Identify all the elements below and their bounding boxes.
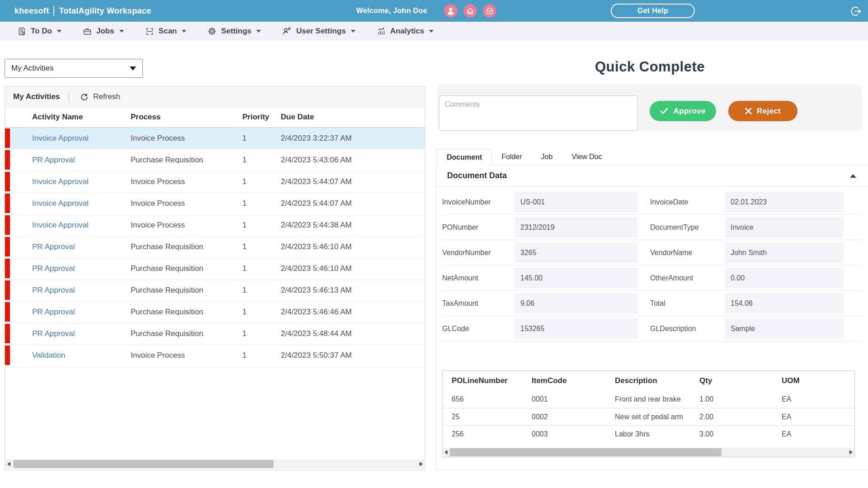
- briefcase-icon: [82, 27, 92, 36]
- menu-settings[interactable]: Settings: [207, 26, 261, 36]
- item-code: 0002: [532, 413, 615, 421]
- scroll-left-icon[interactable]: [7, 462, 10, 466]
- line-items-horizontal-scrollbar[interactable]: [443, 448, 854, 457]
- activity-due-date: 2/4/2023 5:46:13 AM: [281, 286, 425, 295]
- activity-process: Purchase Requisition: [131, 264, 242, 273]
- activity-name-link[interactable]: Invoice Approval: [32, 221, 131, 230]
- activity-row[interactable]: PR Approval Purchase Requisition 1 2/4/2…: [5, 280, 425, 301]
- activity-name-link[interactable]: Validation: [32, 351, 131, 360]
- approve-button[interactable]: Approve: [650, 101, 716, 121]
- activity-priority: 1: [242, 156, 281, 165]
- activity-name-link[interactable]: PR Approval: [32, 329, 131, 338]
- item-description: Front and rear brake: [615, 395, 699, 403]
- field-label: OtherAmount: [650, 274, 725, 282]
- activity-due-date: 2/4/2023 5:46:46 AM: [281, 308, 425, 317]
- activity-name-link[interactable]: PR Approval: [32, 286, 131, 295]
- menu-user-settings[interactable]: User Settings: [282, 26, 355, 36]
- field-value-input[interactable]: 2312/2019: [514, 217, 638, 238]
- field-value-input[interactable]: 9.06: [514, 293, 638, 314]
- reject-button[interactable]: Reject: [728, 101, 797, 121]
- menu-scan[interactable]: Scan: [145, 27, 187, 36]
- activity-priority: 1: [242, 308, 281, 317]
- activity-name-link[interactable]: Invoice Approval: [32, 177, 131, 186]
- activity-priority: 1: [242, 199, 281, 208]
- activity-row[interactable]: Invoice Approval Invoice Process 1 2/4/2…: [5, 193, 425, 214]
- priority-bar: [5, 259, 10, 278]
- activity-process: Invoice Process: [131, 177, 242, 186]
- scroll-right-icon[interactable]: [849, 450, 853, 455]
- menu-analytics[interactable]: Analytics: [376, 27, 434, 36]
- activity-row[interactable]: Invoice Approval Invoice Process 1 2/4/2…: [5, 128, 425, 149]
- menu-jobs[interactable]: Jobs: [82, 27, 124, 36]
- scroll-right-icon[interactable]: [420, 462, 423, 466]
- field-label: InvoiceNumber: [442, 198, 514, 206]
- activity-name-link[interactable]: PR Approval: [32, 264, 131, 273]
- scrollbar-thumb[interactable]: [14, 460, 274, 468]
- scroll-left-icon[interactable]: [444, 450, 448, 455]
- activities-filter-select[interactable]: My Activities: [5, 59, 143, 78]
- priority-bar: [5, 280, 10, 300]
- tab-folder[interactable]: Folder: [492, 149, 531, 165]
- home-icon[interactable]: [463, 4, 477, 18]
- line-item-row: 25 0002 New set of pedal arm 2.00 EA: [443, 408, 854, 425]
- mail-icon[interactable]: [483, 4, 496, 18]
- get-help-button[interactable]: Get Help: [611, 4, 695, 18]
- line-item-row: 256 0003 Labor 3hrs 3.00 EA: [443, 425, 854, 442]
- activity-row[interactable]: Validation Invoice Process 1 2/4/2023 5:…: [5, 345, 425, 366]
- chart-icon: [376, 27, 386, 36]
- activity-name-link[interactable]: PR Approval: [32, 242, 131, 251]
- tab-document[interactable]: Document: [437, 149, 492, 165]
- activities-horizontal-scrollbar[interactable]: [5, 460, 425, 469]
- activity-row[interactable]: Invoice Approval Invoice Process 1 2/4/2…: [5, 214, 425, 236]
- activity-row[interactable]: PR Approval Purchase Requisition 1 2/4/2…: [5, 258, 425, 280]
- activity-row[interactable]: Invoice Approval Invoice Process 1 2/4/2…: [5, 171, 425, 193]
- chevron-down-icon: [182, 30, 186, 33]
- field-value-input[interactable]: 0.00: [725, 268, 844, 289]
- field-value-input[interactable]: 145.00: [514, 268, 638, 289]
- menu-todo[interactable]: To Do: [17, 27, 61, 36]
- field-value-input[interactable]: John Smith: [725, 242, 844, 263]
- activity-name-link[interactable]: PR Approval: [32, 308, 131, 317]
- priority-bar: [5, 302, 10, 322]
- col-priority: Priority: [242, 113, 281, 122]
- field-value-input[interactable]: Invoice: [725, 217, 844, 238]
- field-value-input[interactable]: 153265: [514, 318, 638, 339]
- activity-row[interactable]: PR Approval Purchase Requisition 1 2/4/2…: [5, 323, 425, 345]
- user-icon[interactable]: [444, 4, 458, 18]
- collapse-up-icon[interactable]: [850, 174, 856, 178]
- priority-bar: [5, 215, 10, 235]
- activity-process: Purchase Requisition: [131, 156, 242, 165]
- col-po-line-number: POLineNumber: [452, 376, 532, 385]
- priority-bar: [5, 346, 10, 365]
- priority-bar: [5, 324, 10, 343]
- field-label: DocumentType: [650, 223, 725, 232]
- item-code: 0001: [532, 395, 615, 403]
- activity-due-date: 2/4/2023 5:46:10 AM: [281, 264, 425, 273]
- priority-bar: [5, 150, 10, 170]
- field-value-input[interactable]: 02.01.2023: [725, 192, 844, 213]
- field-value-input[interactable]: 3265: [514, 242, 638, 263]
- item-qty: 1.00: [699, 395, 782, 403]
- activity-name-link[interactable]: PR Approval: [32, 156, 131, 165]
- comments-input[interactable]: [439, 95, 638, 131]
- document-data-header[interactable]: Document Data: [437, 165, 868, 187]
- col-due-date: Due Date: [281, 113, 425, 122]
- refresh-button[interactable]: Refresh: [80, 92, 120, 101]
- line-items-header: POLineNumber ItemCode Description Qty UO…: [443, 371, 854, 391]
- activities-table-header: Activity Name Process Priority Due Date: [5, 107, 425, 128]
- activity-row[interactable]: PR Approval Purchase Requisition 1 2/4/2…: [5, 149, 425, 171]
- activity-row[interactable]: PR Approval Purchase Requisition 1 2/4/2…: [5, 301, 425, 323]
- activity-due-date: 2/4/2023 5:48:44 AM: [281, 329, 425, 338]
- field-value-input[interactable]: 154.06: [725, 293, 844, 314]
- activity-name-link[interactable]: Invoice Approval: [32, 134, 131, 143]
- activity-name-link[interactable]: Invoice Approval: [32, 199, 131, 208]
- field-value-input[interactable]: Sample: [725, 318, 844, 339]
- item-qty: 3.00: [699, 430, 782, 438]
- tab-job[interactable]: Job: [532, 149, 562, 165]
- logout-icon[interactable]: [850, 5, 862, 17]
- tab-view-doc[interactable]: View Doc: [562, 149, 611, 165]
- activity-row[interactable]: PR Approval Purchase Requisition 1 2/4/2…: [5, 236, 425, 258]
- field-value-input[interactable]: US-001: [514, 192, 638, 213]
- item-qty: 2.00: [699, 413, 782, 421]
- scrollbar-thumb[interactable]: [450, 448, 722, 456]
